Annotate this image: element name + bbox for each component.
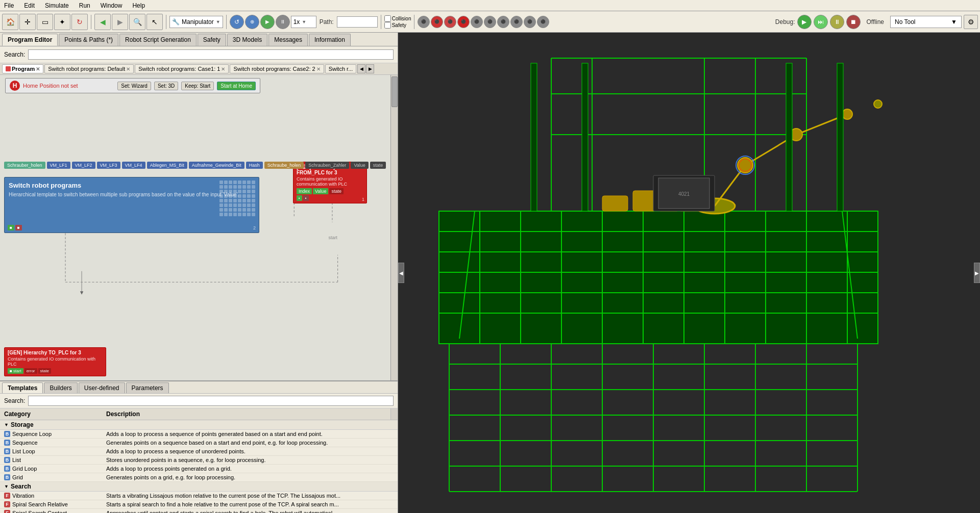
sc2[interactable]: ⚫ — [431, 16, 443, 28]
tab-program-editor[interactable]: Program Editor — [2, 34, 58, 46]
node-vm-lf4[interactable]: VM_LF4 — [122, 162, 145, 169]
sc9[interactable]: ⚫ — [524, 16, 536, 28]
node-schrauber[interactable]: Schrauber_holen — [4, 162, 45, 169]
switch-block[interactable]: Switch robot programs Hierarchical templ… — [4, 177, 259, 233]
menu-help[interactable]: Help — [130, 1, 147, 10]
step-button[interactable]: ⊕ — [245, 15, 259, 29]
speed-dropdown[interactable]: 1x ▼ — [291, 16, 316, 28]
rotate-button[interactable]: ↻ — [71, 14, 88, 30]
menu-edit[interactable]: Edit — [22, 1, 37, 10]
sc8[interactable]: ⚫ — [510, 16, 523, 28]
prog-tab-close-3[interactable]: ✕ — [316, 66, 321, 72]
tmpl-row-grid[interactable]: B Grid Generates points on a grid, e.g. … — [0, 473, 398, 482]
tmpl-tab-parameters[interactable]: Parameters — [126, 382, 169, 393]
move-button[interactable]: ✦ — [54, 14, 70, 30]
forward-button[interactable]: ▶ — [112, 14, 128, 30]
pause-button[interactable]: ⏸ — [276, 15, 290, 29]
tmpl-row-sequence[interactable]: B Sequence Generates points on a sequenc… — [0, 439, 398, 447]
debug-stop[interactable]: ⏹ — [846, 15, 861, 29]
tmpl-row-spiral-contact[interactable]: F Spiral Search Contact Approaches until… — [0, 509, 398, 513]
debug-pause[interactable]: ⏸ — [830, 15, 844, 29]
tmpl-row-list[interactable]: B List Stores unordered points in a sequ… — [0, 456, 398, 465]
home-keep-start[interactable]: Keep: Start — [181, 82, 214, 90]
prog-tab-extra[interactable]: Switch r... — [325, 64, 357, 73]
scrollbar-thumb[interactable] — [391, 76, 398, 107]
program-canvas[interactable]: H Home Position not set Set: Wizard Set:… — [0, 75, 398, 380]
safety-checkbox[interactable] — [384, 22, 391, 29]
sc5[interactable]: ⚫ — [471, 16, 483, 28]
home-set-3d[interactable]: Set: 3D — [154, 82, 178, 90]
sc4[interactable]: ⚫ — [457, 16, 470, 28]
prog-tab-case2[interactable]: Switch robot programs: Case2: 2 ✕ — [230, 64, 324, 73]
tmpl-row-vibration[interactable]: F Vibration Starts a vibrating Lissajous… — [0, 492, 398, 500]
menu-simulate[interactable]: Simulate — [43, 1, 71, 10]
tab-points-paths[interactable]: Points & Paths (*) — [59, 34, 118, 46]
node-value[interactable]: Value — [351, 162, 368, 169]
prog-tab-close-2[interactable]: ✕ — [221, 66, 225, 72]
collision-checkbox[interactable] — [384, 15, 391, 22]
sc10[interactable]: ⚫ — [537, 16, 549, 28]
sc3[interactable]: ⚫ — [444, 16, 456, 28]
viewport-arrow-left[interactable]: ◀ — [398, 263, 404, 283]
tmpl-search-input[interactable] — [28, 396, 394, 406]
node-schraube-holen[interactable]: Schraube_holen — [264, 162, 304, 169]
node-vm-lf2[interactable]: VM_LF2 — [72, 162, 95, 169]
prog-tabs-nav-right[interactable]: ▶ — [366, 64, 374, 73]
viewport-arrow-right[interactable]: ▶ — [974, 263, 980, 283]
debug-play[interactable]: ▶ — [797, 15, 812, 29]
prog-tab-case1[interactable]: Switch robot programs: Case1: 1 ✕ — [135, 64, 229, 73]
debug-step-over[interactable]: ⏭ — [814, 15, 828, 29]
node-ablegen[interactable]: Ablegen_MS_Bit — [147, 162, 187, 169]
home-set-wizard[interactable]: Set: Wizard — [117, 82, 151, 90]
no-tool-dropdown[interactable]: No Tool ▼ — [890, 16, 962, 28]
node-aufnahme[interactable]: Aufnahme_Gewinde_Bit — [189, 162, 244, 169]
menu-window[interactable]: Window — [99, 1, 125, 10]
node-state[interactable]: state — [370, 162, 386, 169]
tmpl-row-grid-loop[interactable]: B Grid Loop Adds a loop to process point… — [0, 465, 398, 473]
node-vm-lf1[interactable]: VM_LF1 — [47, 162, 70, 169]
search-input[interactable] — [28, 49, 394, 60]
sc6[interactable]: ⚫ — [484, 16, 496, 28]
node-hash[interactable]: Hash — [246, 162, 263, 169]
rect-button[interactable]: ▭ — [37, 14, 53, 30]
manipulator-dropdown[interactable]: 🔧 Manipulator ▼ — [169, 16, 223, 28]
tab-safety[interactable]: Safety — [198, 34, 226, 46]
prog-tabs-nav-left[interactable]: ◀ — [357, 64, 365, 73]
pointer-button[interactable]: ↖ — [146, 14, 163, 30]
tmpl-icon-grid: B — [4, 474, 10, 480]
back-button[interactable]: ◀ — [94, 14, 111, 30]
cursor-button[interactable]: ✛ — [19, 14, 36, 30]
search-button[interactable]: 🔍 — [129, 14, 145, 30]
prog-tab-default[interactable]: Switch robot programs: Default ✕ — [44, 64, 134, 73]
settings-button[interactable]: ⚙ — [964, 15, 978, 29]
right-panel[interactable]: 4021 ◀ ▶ — [398, 33, 980, 513]
prog-tab-program[interactable]: Program ✕ — [2, 64, 43, 73]
tmpl-row-spiral-relative[interactable]: F Spiral Search Relative Starts a spiral… — [0, 500, 398, 509]
tmpl-tab-templates[interactable]: Templates — [2, 382, 43, 393]
home-start-at-home[interactable]: Start at Home — [217, 82, 256, 90]
3d-viewport[interactable]: 4021 ◀ ▶ — [398, 33, 980, 513]
sc7[interactable]: ⚫ — [497, 16, 509, 28]
reload-button[interactable]: ↺ — [230, 15, 244, 29]
node-schrauben-zahler[interactable]: Schrauben_Zahler — [305, 162, 349, 169]
prog-tab-close-1[interactable]: ✕ — [126, 66, 130, 72]
prog-tab-close-0[interactable]: ✕ — [36, 66, 40, 72]
menu-run[interactable]: Run — [77, 1, 92, 10]
tab-robot-script[interactable]: Robot Script Generation — [119, 34, 197, 46]
home-button[interactable]: 🏠 — [2, 14, 18, 30]
node-vm-lf3[interactable]: VM_LF3 — [97, 162, 120, 169]
tab-messages[interactable]: Messages — [268, 34, 308, 46]
path-input[interactable] — [337, 16, 378, 28]
play-button[interactable]: ▶ — [260, 15, 275, 29]
tab-3d-models[interactable]: 3D Models — [227, 34, 267, 46]
canvas-scrollbar[interactable] — [390, 75, 398, 380]
sc1[interactable]: ⚫ — [418, 16, 430, 28]
tmpl-row-list-loop[interactable]: B List Loop Adds a loop to process a seq… — [0, 447, 398, 456]
tmpl-tab-builders[interactable]: Builders — [44, 382, 77, 393]
tmpl-tab-user-defined[interactable]: User-defined — [79, 382, 125, 393]
menu-file[interactable]: File — [2, 1, 16, 10]
category-storage[interactable]: ▼ Storage — [0, 420, 398, 430]
tmpl-row-sequence-loop[interactable]: B Sequence Loop Adds a loop to process a… — [0, 430, 398, 439]
tab-information[interactable]: Information — [309, 34, 351, 46]
category-search[interactable]: ▼ Search — [0, 482, 398, 492]
